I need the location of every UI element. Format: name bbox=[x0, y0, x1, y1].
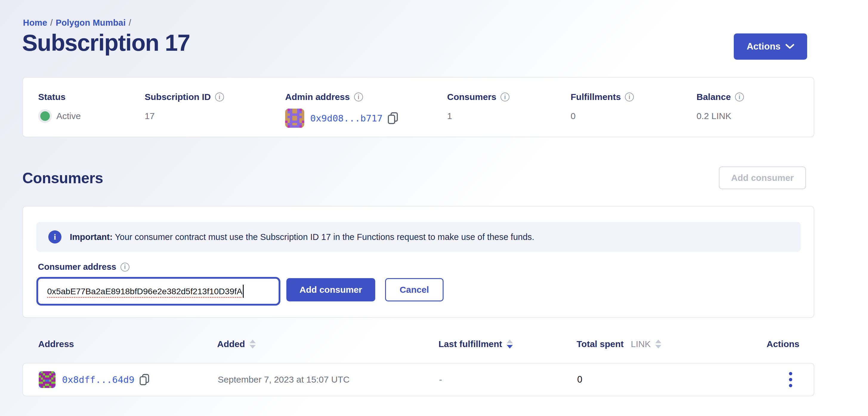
consumer-address-input-value: 0x5abE77Ba2aE8918bfD96e2e382d5f213f10D39… bbox=[47, 287, 242, 296]
chevron-down-icon bbox=[785, 44, 794, 49]
admin-address-label: Admin address bbox=[285, 92, 350, 102]
consumer-address-link[interactable]: 0x8dff...64d9 bbox=[62, 374, 134, 385]
summary-subscription-id: Subscription ID i 17 bbox=[145, 92, 224, 121]
table-header-total-spent-text: Total spent bbox=[577, 339, 624, 349]
banner-text: Important: Your consumer contract must u… bbox=[70, 232, 534, 242]
table-header-added[interactable]: Added bbox=[217, 339, 256, 349]
text-cursor bbox=[243, 285, 244, 298]
table-header-last-fulfillment[interactable]: Last fulfillment bbox=[438, 339, 513, 349]
table-header-actions-text: Actions bbox=[767, 339, 799, 349]
consumer-avatar bbox=[39, 371, 56, 388]
breadcrumb-separator: / bbox=[47, 18, 56, 27]
last-fulfillment-value: - bbox=[439, 375, 442, 385]
total-spent-value: 0 bbox=[577, 374, 582, 385]
kebab-menu-icon[interactable] bbox=[786, 369, 795, 390]
summary-fulfillments: Fulfillments i 0 bbox=[570, 92, 634, 121]
table-header-actions: Actions bbox=[767, 339, 799, 349]
consumer-address-input[interactable]: 0x5abE77Ba2aE8918bfD96e2e382d5f213f10D39… bbox=[36, 277, 280, 305]
table-header-total-spent[interactable]: Total spent LINK bbox=[577, 339, 661, 349]
add-consumer-card: i Important: Your consumer contract must… bbox=[22, 206, 814, 318]
subscription-page: Home/Polygon Mumbai/ Subscription 17 Act… bbox=[0, 0, 868, 416]
status-active-dot bbox=[40, 111, 50, 121]
summary-admin-address: Admin address i bbox=[285, 92, 398, 128]
fulfillments-label: Fulfillments bbox=[570, 92, 621, 102]
consumers-section-title: Consumers bbox=[22, 170, 103, 187]
table-header-address-text: Address bbox=[38, 339, 74, 349]
fulfillments-value: 0 bbox=[570, 111, 576, 121]
table-header-address: Address bbox=[38, 339, 74, 349]
breadcrumb-home-link[interactable]: Home bbox=[23, 18, 47, 27]
row-added-cell: September 7, 2023 at 15:07 UTC bbox=[218, 375, 349, 385]
banner-text-bold: Important: bbox=[70, 232, 113, 242]
balance-label: Balance bbox=[696, 92, 731, 102]
status-label: Status bbox=[38, 92, 66, 102]
banner-text-rest: Your consumer contract must use the Subs… bbox=[113, 232, 534, 242]
add-consumer-button-disabled[interactable]: Add consumer bbox=[719, 167, 806, 189]
summary-card: Status Active Subscription ID i 17 Admin… bbox=[22, 77, 814, 137]
info-icon[interactable]: i bbox=[500, 92, 509, 101]
summary-status: Status Active bbox=[38, 92, 81, 121]
info-icon[interactable]: i bbox=[735, 92, 744, 101]
admin-avatar bbox=[285, 109, 304, 128]
important-banner: i Important: Your consumer contract must… bbox=[36, 222, 801, 252]
table-header-last-fulfillment-text: Last fulfillment bbox=[438, 339, 502, 349]
consumer-address-label-text: Consumer address bbox=[38, 262, 116, 272]
actions-button[interactable]: Actions bbox=[734, 33, 807, 60]
row-actions-cell bbox=[786, 369, 795, 390]
consumer-address-label: Consumer address i bbox=[38, 262, 129, 272]
info-icon[interactable]: i bbox=[215, 92, 224, 101]
page-title: Subscription 17 bbox=[22, 29, 190, 56]
table-header-added-text: Added bbox=[217, 339, 245, 349]
breadcrumb-network-link[interactable]: Polygon Mumbai bbox=[56, 18, 126, 27]
breadcrumb: Home/Polygon Mumbai/ bbox=[23, 18, 134, 28]
status-value: Active bbox=[56, 111, 81, 121]
sort-icon-active-desc bbox=[507, 339, 513, 349]
info-icon[interactable]: i bbox=[625, 92, 634, 101]
copy-icon[interactable] bbox=[139, 374, 149, 386]
cancel-button[interactable]: Cancel bbox=[385, 278, 443, 301]
copy-icon[interactable] bbox=[388, 112, 398, 124]
sort-icon bbox=[250, 339, 256, 349]
row-address-cell: 0x8dff...64d9 bbox=[39, 371, 149, 388]
subscription-id-value: 17 bbox=[145, 111, 155, 121]
table-row: 0x8dff...64d9 September 7, 2023 at 15:07… bbox=[22, 363, 814, 396]
add-consumer-submit-button[interactable]: Add consumer bbox=[286, 278, 375, 301]
consumers-value: 1 bbox=[447, 111, 452, 121]
sort-icon bbox=[655, 339, 661, 349]
balance-value: 0.2 LINK bbox=[696, 111, 732, 121]
breadcrumb-separator: / bbox=[126, 18, 134, 27]
summary-consumers: Consumers i 1 bbox=[447, 92, 509, 121]
admin-address-link[interactable]: 0x9d08...b717 bbox=[310, 113, 383, 123]
added-date: September 7, 2023 at 15:07 UTC bbox=[218, 375, 349, 385]
table-header-link-unit: LINK bbox=[631, 339, 651, 349]
actions-button-label: Actions bbox=[747, 41, 781, 52]
summary-balance: Balance i 0.2 LINK bbox=[696, 92, 744, 121]
info-icon[interactable]: i bbox=[121, 263, 129, 272]
subscription-id-label: Subscription ID bbox=[145, 92, 211, 102]
row-total-spent-cell: 0 bbox=[577, 374, 582, 385]
info-icon[interactable]: i bbox=[354, 92, 363, 101]
consumers-label: Consumers bbox=[447, 92, 496, 102]
row-last-fulfillment-cell: - bbox=[439, 375, 442, 385]
info-circle-icon: i bbox=[48, 230, 61, 243]
